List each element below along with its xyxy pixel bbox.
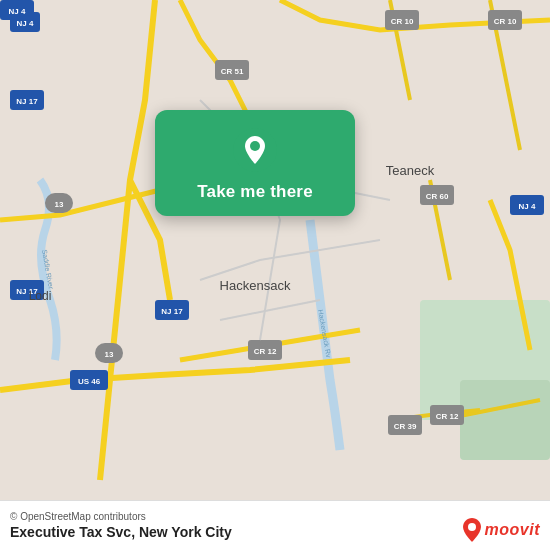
bottom-bar: © OpenStreetMap contributors Executive T… <box>0 500 550 550</box>
svg-text:CR 51: CR 51 <box>221 67 244 76</box>
svg-text:CR 60: CR 60 <box>426 192 449 201</box>
svg-text:CR 39: CR 39 <box>394 422 417 431</box>
svg-text:NJ 17: NJ 17 <box>161 307 183 316</box>
svg-text:Hackensack: Hackensack <box>220 278 291 293</box>
take-me-there-card[interactable]: Take me there <box>155 110 355 216</box>
svg-text:CR 10: CR 10 <box>494 17 517 26</box>
svg-point-41 <box>250 141 260 151</box>
svg-text:NJ 4: NJ 4 <box>9 7 26 16</box>
svg-text:Teaneck: Teaneck <box>386 163 435 178</box>
moovit-brand-text: moovit <box>485 521 540 539</box>
location-label: Executive Tax Svc, New York City <box>10 524 540 540</box>
svg-text:US 46: US 46 <box>78 377 101 386</box>
svg-text:NJ 4: NJ 4 <box>519 202 536 211</box>
svg-text:CR 10: CR 10 <box>391 17 414 26</box>
svg-text:CR 12: CR 12 <box>254 347 277 356</box>
svg-text:CR 12: CR 12 <box>436 412 459 421</box>
svg-text:Lodi: Lodi <box>29 289 52 303</box>
moovit-logo: moovit <box>462 518 540 542</box>
svg-text:13: 13 <box>105 350 114 359</box>
moovit-pin-icon <box>462 518 482 542</box>
svg-text:13: 13 <box>55 200 64 209</box>
svg-point-42 <box>468 523 476 531</box>
take-me-there-label: Take me there <box>197 182 313 202</box>
osm-attribution: © OpenStreetMap contributors <box>10 511 540 522</box>
map-pin-icon <box>233 128 277 172</box>
svg-rect-2 <box>460 380 550 460</box>
svg-text:NJ 17: NJ 17 <box>16 97 38 106</box>
map-container: NJ 4 NJ 17 NJ 17 NJ 17 CR 51 13 13 US 46… <box>0 0 550 500</box>
map-background: NJ 4 NJ 17 NJ 17 NJ 17 CR 51 13 13 US 46… <box>0 0 550 500</box>
svg-text:NJ 4: NJ 4 <box>17 19 34 28</box>
